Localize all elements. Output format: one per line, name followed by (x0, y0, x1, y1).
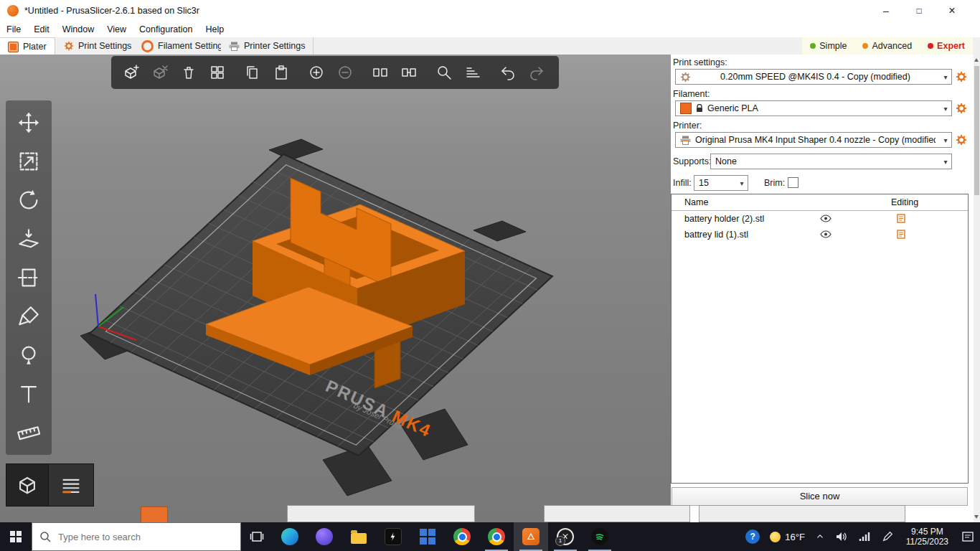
object-row[interactable]: battrey lid (1).stl (672, 227, 968, 242)
editor-view-button[interactable] (6, 463, 49, 507)
close-button[interactable]: × (936, 0, 969, 22)
temperature-label: 16°F (785, 532, 805, 542)
tab-plater[interactable]: Plater (0, 37, 55, 55)
object-row[interactable]: battery holder (2).stl (672, 211, 968, 227)
tab-bar: Plater Print Settings Filament Settings … (0, 37, 980, 56)
taskbar-search[interactable] (32, 522, 241, 551)
file-explorer-button[interactable] (341, 522, 376, 551)
maximize-button[interactable]: □ (903, 0, 936, 22)
chrome-profile-taskbar-button[interactable] (479, 522, 514, 551)
background-window-fragment[interactable] (544, 505, 690, 522)
scroll-down-arrow-icon[interactable] (974, 515, 979, 519)
weather-widget[interactable]: 16°F (765, 522, 810, 551)
measure-tool[interactable] (6, 413, 52, 452)
volume-button[interactable] (830, 522, 853, 551)
pen-button[interactable] (876, 522, 899, 551)
print-settings-dropdown[interactable]: 0.20mm SPEED @MK4IS 0.4 - Copy (modified… (675, 69, 952, 85)
minimize-button[interactable]: – (870, 0, 903, 22)
menu-window[interactable]: Window (56, 22, 100, 37)
eye-icon[interactable] (820, 215, 831, 222)
supports-dropdown[interactable]: None ▾ (710, 154, 952, 169)
3d-viewport[interactable]: PRUSAMK4 by Josef Prusa (0, 55, 671, 522)
menu-view[interactable]: View (100, 22, 133, 37)
add-object-button[interactable] (117, 57, 146, 88)
undo-button[interactable] (494, 57, 522, 88)
brim-checkbox[interactable] (788, 177, 798, 188)
eye-icon[interactable] (820, 230, 831, 238)
edit-print-preset-icon[interactable] (956, 71, 967, 83)
edit-object-icon[interactable] (897, 214, 905, 223)
menu-help[interactable]: Help (199, 22, 230, 37)
variable-layer-height-button[interactable] (458, 57, 487, 88)
place-on-face-tool[interactable] (6, 220, 52, 258)
blue-grid-app-button[interactable] (410, 522, 445, 551)
lightning-app-button[interactable] (376, 522, 410, 551)
emboss-text-tool[interactable] (6, 375, 52, 413)
paint-supports-tool[interactable] (6, 297, 52, 336)
menu-configuration[interactable]: Configuration (133, 22, 199, 37)
arrange-button[interactable] (203, 57, 232, 88)
mode-expert[interactable]: Expert (920, 37, 973, 55)
vertical-scrollbar[interactable] (974, 55, 980, 522)
lightning-app-icon (385, 528, 402, 545)
filament-color-swatch (680, 103, 692, 114)
edit-filament-preset-icon[interactable] (956, 103, 967, 114)
scale-tool[interactable] (6, 142, 52, 181)
chevron-up-icon (815, 532, 825, 542)
background-window-fragment[interactable] (699, 505, 905, 522)
seam-tool[interactable] (6, 336, 52, 375)
menu-edit[interactable]: Edit (27, 22, 56, 37)
taskbar-clock[interactable]: 9:45 PM 11/25/2023 (899, 527, 956, 547)
task-view-button[interactable] (241, 522, 273, 551)
edit-printer-preset-icon[interactable] (956, 134, 967, 146)
preview-view-button[interactable] (48, 463, 94, 507)
copy-button[interactable] (238, 57, 267, 88)
tab-filament-label: Filament Settings (158, 41, 227, 51)
network-button[interactable] (853, 522, 876, 551)
remove-instance-button[interactable] (331, 57, 359, 88)
menu-file[interactable]: File (0, 22, 27, 37)
scroll-up-arrow-icon[interactable] (974, 58, 979, 62)
tray-overflow-button[interactable] (810, 522, 830, 551)
background-window-fragment[interactable] (141, 507, 168, 524)
redo-button[interactable] (522, 57, 551, 88)
tab-print-settings[interactable]: Print Settings (56, 37, 140, 55)
chrome-taskbar-button[interactable] (445, 522, 479, 551)
search-input[interactable] (57, 531, 217, 543)
prusaslicer-taskbar-button[interactable] (514, 522, 548, 551)
edit-object-icon[interactable] (897, 230, 905, 239)
action-center-button[interactable] (956, 522, 980, 551)
cut-tool[interactable] (6, 258, 52, 297)
slice-now-button[interactable]: Slice now (672, 487, 968, 506)
mode-simple[interactable]: Simple (802, 37, 854, 55)
move-tool[interactable] (6, 103, 52, 142)
background-window-fragment[interactable] (287, 505, 475, 522)
delete-object-button[interactable] (146, 57, 174, 88)
rotate-tool[interactable] (6, 181, 52, 220)
blue-sphere-app-button[interactable] (307, 522, 341, 551)
blue-grid-app-icon (420, 529, 435, 545)
split-to-parts-button[interactable] (395, 57, 423, 88)
filament-dropdown[interactable]: Generic PLA ▾ (675, 100, 952, 116)
printer-label: Printer: (673, 121, 702, 131)
prusaslicer-icon (522, 528, 540, 545)
chevron-down-icon: ▾ (940, 73, 951, 81)
infill-value: 15 (699, 178, 732, 188)
expert-mode-dot-icon (928, 43, 933, 49)
paste-button[interactable] (267, 57, 296, 88)
help-badge-button[interactable]: ? (740, 522, 765, 551)
xbox-taskbar-button[interactable]: 1 (548, 522, 583, 551)
split-to-objects-button[interactable] (366, 57, 395, 88)
printer-dropdown[interactable]: Original Prusa MK4 Input Shaper 0.4 nozz… (675, 132, 952, 148)
mode-advanced[interactable]: Advanced (854, 37, 920, 55)
add-instance-button[interactable] (302, 57, 331, 88)
spotify-taskbar-button[interactable] (583, 522, 617, 551)
start-button[interactable] (0, 522, 32, 551)
scrollbar-thumb[interactable] (974, 66, 979, 195)
infill-dropdown[interactable]: 15 ▾ (694, 175, 748, 191)
tab-printer-settings[interactable]: Printer Settings (221, 37, 314, 55)
printer-icon (229, 42, 240, 51)
delete-all-button[interactable] (174, 57, 203, 88)
search-objects-button[interactable] (430, 57, 458, 88)
edge-taskbar-button[interactable] (273, 522, 307, 551)
